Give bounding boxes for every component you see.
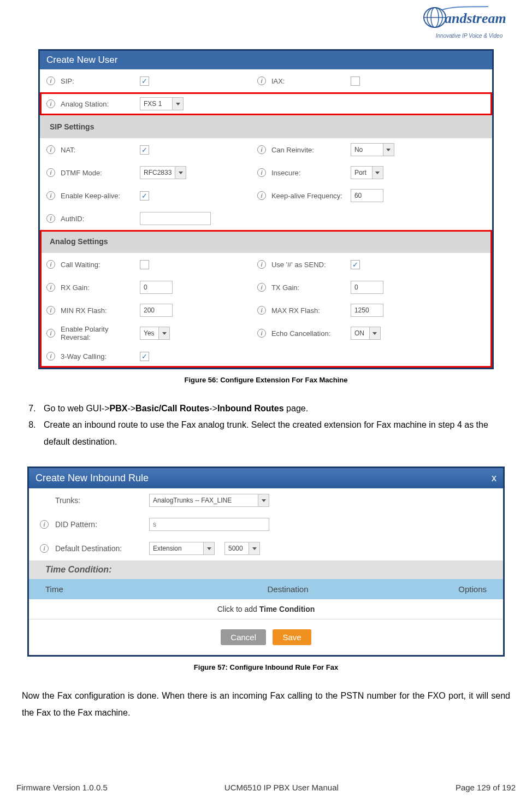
info-icon: i — [257, 329, 266, 338]
figure-57-panel: Create New Inbound Rule x Trunks: Analog… — [27, 467, 505, 657]
insecure-label: Insecure: — [271, 169, 351, 177]
info-icon: i — [257, 168, 266, 177]
rx-gain-label: RX Gain: — [61, 284, 140, 292]
nat-checkbox[interactable]: ✓ — [140, 145, 149, 155]
step-7: Go to web GUI->PBX->Basic/Call Routes->I… — [38, 400, 516, 417]
analog-settings-header: Analog Settings — [40, 230, 492, 253]
cancel-button[interactable]: Cancel — [221, 629, 266, 645]
analog-settings-block: Analog Settings i Call Waiting: i Use '#… — [40, 230, 492, 368]
call-waiting-checkbox[interactable] — [140, 260, 149, 269]
polarity-label: Enable Polarity Reversal: — [61, 325, 140, 341]
default-dest-label: Default Destination: — [55, 544, 122, 553]
can-reinvite-label: Can Reinvite: — [271, 146, 351, 154]
close-icon[interactable]: x — [492, 473, 496, 484]
figure-56-caption: Figure 56: Configure Extension For Fax M… — [16, 376, 516, 384]
step-8: Create an inbound route to use the Fax a… — [38, 417, 516, 450]
authid-label: AuthID: — [61, 215, 140, 223]
info-icon: i — [46, 168, 55, 177]
info-icon: i — [46, 145, 55, 154]
save-button[interactable]: Save — [273, 629, 311, 645]
echo-select[interactable]: ON — [351, 327, 381, 340]
info-icon: i — [46, 260, 55, 269]
max-rx-input[interactable] — [351, 304, 383, 317]
page-footer: Firmware Version 1.0.0.5 UCM6510 IP PBX … — [16, 783, 516, 792]
time-condition-columns: Time Destination Options — [29, 579, 503, 599]
keepalive-checkbox[interactable]: ✓ — [140, 191, 149, 200]
keepalive-freq-label: Keep-alive Frequency: — [271, 192, 351, 200]
info-icon: i — [257, 283, 266, 292]
analog-station-select[interactable]: FXS 1 — [140, 97, 184, 110]
instruction-list: Go to web GUI->PBX->Basic/Call Routes->I… — [38, 400, 516, 450]
nat-label: NAT: — [61, 146, 140, 154]
use-hash-checkbox[interactable]: ✓ — [351, 260, 360, 269]
info-icon: i — [46, 329, 55, 338]
dest-ext-select[interactable]: 5000 — [224, 542, 260, 555]
did-input[interactable] — [149, 518, 269, 531]
info-icon: i — [46, 352, 55, 361]
figure-57-caption: Figure 57: Configure Inbound Rule For Fa… — [16, 663, 516, 671]
insecure-select[interactable]: Port — [351, 166, 383, 179]
dtmf-select[interactable]: RFC2833 — [140, 166, 186, 179]
info-icon: i — [257, 191, 266, 200]
tc-col-options: Options — [377, 584, 487, 594]
info-icon: i — [257, 145, 266, 154]
iax-checkbox[interactable] — [351, 76, 360, 86]
footer-title: UCM6510 IP PBX User Manual — [224, 783, 339, 792]
info-icon: i — [40, 520, 49, 529]
iax-label: IAX: — [271, 77, 351, 85]
tc-col-destination: Destination — [198, 584, 377, 594]
keepalive-label: Enable Keep-alive: — [61, 192, 140, 200]
conclusion-text: Now the Fax configuration is done. When … — [22, 688, 510, 721]
sip-checkbox[interactable]: ✓ — [140, 76, 149, 86]
keepalive-freq-input[interactable] — [351, 189, 383, 202]
footer-version: Firmware Version 1.0.0.5 — [16, 783, 108, 792]
use-hash-label: Use '#' as SEND: — [271, 261, 351, 269]
info-icon: i — [46, 306, 55, 315]
echo-label: Echo Cancellation: — [271, 329, 351, 338]
footer-page: Page 129 of 192 — [456, 783, 516, 792]
did-label: DID Pattern: — [55, 520, 97, 529]
analog-station-row: i Analog Station: FXS 1 — [40, 92, 492, 115]
polarity-select[interactable]: Yes — [140, 327, 170, 340]
threeway-label: 3-Way Calling: — [61, 352, 140, 361]
info-icon: i — [46, 76, 55, 85]
info-icon: i — [46, 283, 55, 292]
brand-logo: andstream Innovative IP Voice & Video — [423, 5, 516, 39]
info-icon: i — [46, 214, 55, 223]
info-icon: i — [257, 260, 266, 269]
tx-gain-input[interactable] — [351, 281, 383, 294]
logo-tagline: Innovative IP Voice & Video — [423, 33, 516, 39]
sip-label: SIP: — [61, 77, 140, 85]
dtmf-label: DTMF Mode: — [61, 169, 140, 177]
min-rx-label: MIN RX Flash: — [61, 306, 140, 315]
info-icon: i — [46, 99, 55, 108]
info-icon: i — [257, 76, 266, 85]
threeway-checkbox[interactable]: ✓ — [140, 352, 149, 361]
inbound-rule-title: Create New Inbound Rule — [36, 473, 149, 484]
info-icon: i — [46, 191, 55, 200]
trunks-select[interactable]: AnalogTrunks -- FAX_LINE — [149, 494, 269, 507]
can-reinvite-select[interactable]: No — [351, 143, 394, 156]
figure-56-panel: Create New User i SIP: ✓ i IAX: i Analog… — [38, 49, 494, 369]
max-rx-label: MAX RX Flash: — [271, 306, 351, 315]
rx-gain-input[interactable] — [140, 281, 173, 294]
info-icon: i — [40, 544, 49, 553]
trunks-label: Trunks: — [55, 496, 80, 505]
call-waiting-label: Call Waiting: — [61, 261, 140, 269]
add-time-condition-link[interactable]: Click to add Time Condition — [29, 599, 503, 619]
svg-text:andstream: andstream — [445, 10, 506, 26]
tx-gain-label: TX Gain: — [271, 284, 351, 292]
panel-title: Create New User — [40, 51, 492, 69]
tc-col-time: Time — [45, 584, 198, 594]
min-rx-input[interactable] — [140, 304, 173, 317]
time-condition-header: Time Condition: — [29, 560, 503, 579]
dest-type-select[interactable]: Extension — [149, 542, 215, 555]
sip-settings-header: SIP Settings — [40, 115, 492, 138]
analog-station-label: Analog Station: — [61, 100, 140, 108]
authid-input[interactable] — [140, 212, 211, 225]
info-icon: i — [257, 306, 266, 315]
